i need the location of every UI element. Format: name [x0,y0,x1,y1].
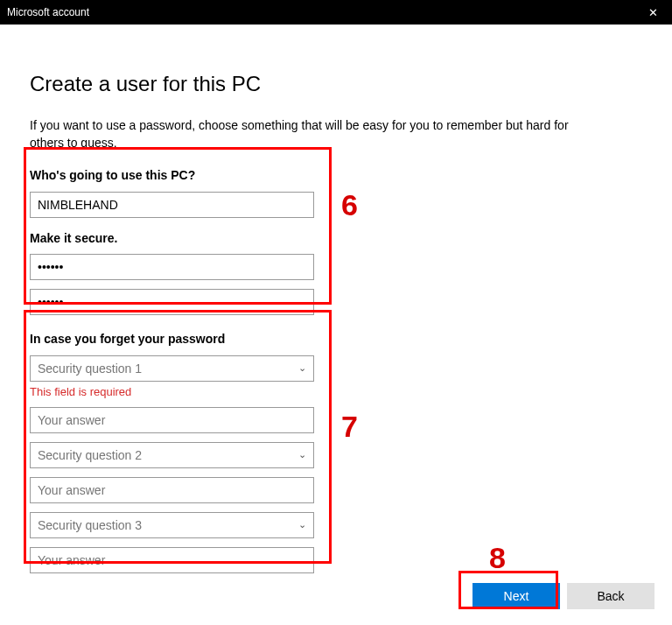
security-answer-2-input[interactable] [30,477,314,503]
window-title: Microsoft account [7,6,89,18]
title-bar: Microsoft account ✕ [0,0,672,25]
who-label: Who's going to use this PC? [30,167,642,185]
security-question-1-select[interactable]: Security question 1 ⌄ [30,355,314,382]
confirm-password-input[interactable] [30,289,314,315]
username-input[interactable] [30,192,314,218]
chevron-down-icon: ⌄ [298,519,306,530]
security-question-1-error: This field is required [30,385,642,398]
chevron-down-icon: ⌄ [298,449,306,460]
security-question-3-label: Security question 3 [38,518,142,532]
password-input[interactable] [30,254,314,280]
page-title: Create a user for this PC [30,72,642,96]
security-question-2-label: Security question 2 [38,448,142,462]
security-question-1-label: Security question 1 [38,362,142,376]
close-icon[interactable]: ✕ [640,6,665,19]
security-question-3-select[interactable]: Security question 3 ⌄ [30,512,314,538]
security-heading: In case you forget your password [30,331,642,348]
secure-label: Make it secure. [30,230,642,248]
back-button[interactable]: Back [567,583,654,609]
page-description: If you want to use a password, choose so… [30,117,590,151]
chevron-down-icon: ⌄ [298,362,306,374]
next-button[interactable]: Next [472,583,560,609]
security-answer-1-input[interactable] [30,407,314,433]
footer: Next Back [0,583,672,609]
content-area: Create a user for this PC If you want to… [0,25,672,573]
security-answer-3-input[interactable] [30,547,314,573]
security-question-2-select[interactable]: Security question 2 ⌄ [30,442,314,468]
